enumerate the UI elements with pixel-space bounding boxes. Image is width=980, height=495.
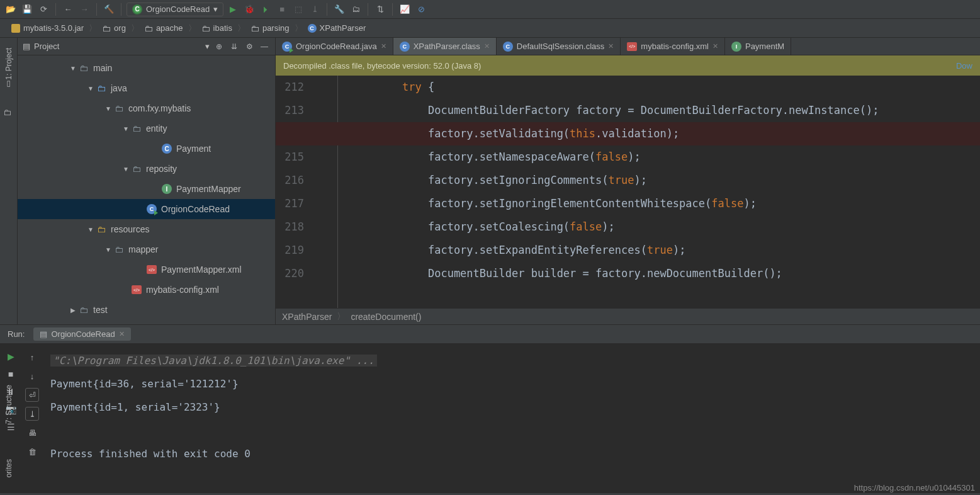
tree-arrow-icon[interactable]: ▼ xyxy=(68,65,78,72)
tree-arrow-icon[interactable]: ▼ xyxy=(86,85,96,92)
forbidden-icon[interactable]: ⊘ xyxy=(414,3,428,16)
breadcrumb-item[interactable]: mybatis-3.5.0.jar xyxy=(6,23,89,33)
forward-icon[interactable]: → xyxy=(77,3,91,16)
tree-arrow-icon[interactable]: ▼ xyxy=(103,105,113,112)
tree-node[interactable]: CPayment xyxy=(18,139,275,159)
folder-icon[interactable]: 🗀 xyxy=(3,108,14,119)
save-all-icon[interactable]: 💾 xyxy=(20,3,34,16)
project-tool-tab[interactable]: ▯1: Project xyxy=(3,44,14,95)
code-lines[interactable]: try { DocumentBuilderFactory factory = D… xyxy=(346,76,980,308)
close-icon[interactable]: ✕ xyxy=(381,42,386,50)
code-line[interactable]: factory.setIgnoringElementContentWhitesp… xyxy=(402,192,980,215)
breakpoint-column[interactable] xyxy=(310,76,329,308)
up-icon[interactable]: ↑ xyxy=(25,350,39,364)
locate-icon[interactable]: ⊕ xyxy=(213,41,225,52)
profile-icon[interactable]: ⤓ xyxy=(308,3,322,16)
build-icon[interactable]: 🔨 xyxy=(102,3,116,16)
terminal-icon: ▤ xyxy=(40,329,47,339)
editor-tab[interactable]: CXPathParser.class✕ xyxy=(393,38,497,55)
close-icon[interactable]: ✕ xyxy=(712,42,718,50)
code-line[interactable]: DocumentBuilder builder = factory.newDoc… xyxy=(402,262,980,285)
code-line[interactable]: factory.setCoalescing(false); xyxy=(402,215,980,239)
tree-node[interactable]: ▼🗀com.fxy.mybatis xyxy=(18,98,275,118)
tree-arrow-icon[interactable]: ▼ xyxy=(86,226,96,233)
collapse-icon[interactable]: ⇊ xyxy=(228,41,240,52)
trash-icon[interactable]: 🗑 xyxy=(25,445,39,458)
console-output[interactable]: "C:\Program Files\Java\jdk1.8.0_101\bin\… xyxy=(43,344,980,493)
chart-icon[interactable]: 📈 xyxy=(398,3,412,16)
breakpoint-cell[interactable] xyxy=(310,99,329,122)
wrap-icon[interactable]: ⏎ xyxy=(25,388,39,402)
fold-column[interactable] xyxy=(329,76,338,308)
tree-arrow-icon[interactable]: ▶ xyxy=(68,307,78,314)
down-icon[interactable]: ↓ xyxy=(25,369,39,383)
wrench-icon[interactable]: 🔧 xyxy=(332,3,346,16)
chevron-down-icon[interactable]: ▾ xyxy=(205,42,210,51)
breakpoint-cell[interactable] xyxy=(310,215,329,239)
tree-node[interactable]: </>mybatis-config.xml xyxy=(18,280,275,300)
open-icon[interactable]: 📂 xyxy=(4,3,18,16)
code-line[interactable]: factory.setIgnoringComments(true); xyxy=(402,169,980,192)
folder-icon: 🗀 xyxy=(131,123,142,134)
tree-arrow-icon[interactable]: ▼ xyxy=(103,246,113,253)
editor-tab[interactable]: </>mybatis-config.xml✕ xyxy=(621,38,725,55)
breadcrumb-item[interactable]: 🗀parsing xyxy=(245,23,295,33)
tree-node[interactable]: ▶🗀test xyxy=(18,300,275,320)
breakpoint-cell[interactable] xyxy=(310,239,329,262)
editor-tab[interactable]: COrgionCodeRead.java✕ xyxy=(276,38,393,55)
close-icon[interactable]: ✕ xyxy=(119,330,125,338)
code-line[interactable]: DocumentBuilderFactory factory = Documen… xyxy=(402,99,980,122)
project-tree[interactable]: ▼🗀main▼🗀java▼🗀com.fxy.mybatis▼🗀entityCPa… xyxy=(18,55,275,324)
close-icon[interactable]: ✕ xyxy=(608,42,614,50)
tree-node[interactable]: ▼🗀java xyxy=(18,78,275,98)
tree-node[interactable]: ▼🗀resources xyxy=(18,219,275,239)
close-icon[interactable]: ✕ xyxy=(484,42,490,50)
tree-node[interactable]: </>PaymentMapper.xml xyxy=(18,259,275,280)
breakpoint-cell[interactable] xyxy=(310,169,329,192)
tree-node[interactable]: COrgionCodeRead xyxy=(18,199,275,219)
scroll-icon[interactable]: ⤓ xyxy=(25,407,39,421)
tree-arrow-icon[interactable]: ▼ xyxy=(121,125,131,132)
breakpoint-cell[interactable] xyxy=(310,192,329,215)
code-line[interactable]: factory.setExpandEntityReferences(true); xyxy=(402,239,980,262)
tree-node[interactable]: ▼🗀mapper xyxy=(18,239,275,259)
breadcrumb-item[interactable]: CXPathParser xyxy=(303,23,371,33)
code-line[interactable]: factory.setNamespaceAware(false); xyxy=(402,145,980,169)
code-line[interactable]: try { xyxy=(402,76,980,99)
tree-node[interactable]: ▼🗀main xyxy=(18,58,275,78)
coverage-icon[interactable]: ⏵ xyxy=(259,3,273,16)
gear-icon[interactable]: ⚙ xyxy=(244,41,255,52)
project-structure-icon[interactable]: 🗂 xyxy=(349,3,363,16)
tree-label: java xyxy=(111,83,127,93)
breadcrumb-item[interactable]: 🗀apache xyxy=(139,23,188,33)
sync-icon[interactable]: ⟳ xyxy=(37,3,50,16)
structure-tool-tab[interactable]: 7: Structure xyxy=(3,381,14,428)
favorites-tool-tab[interactable]: orites xyxy=(3,455,14,481)
bc-class[interactable]: XPathParser xyxy=(282,312,332,322)
breadcrumb-item[interactable]: 🗀org xyxy=(97,23,131,33)
banner-link[interactable]: Dow xyxy=(956,61,972,71)
code-line[interactable]: factory.setValidating(this.validation); xyxy=(276,122,980,145)
code-area[interactable]: 212213214215216217218219220 try { Docume… xyxy=(276,76,980,308)
print-icon[interactable]: 🖶 xyxy=(25,426,39,440)
vcs-icon[interactable]: ⇅ xyxy=(373,3,387,16)
breakpoint-cell[interactable] xyxy=(310,76,329,99)
breakpoint-cell[interactable] xyxy=(310,262,329,285)
debug-icon[interactable]: 🐞 xyxy=(242,3,256,16)
stop-icon[interactable]: ■ xyxy=(275,3,289,16)
run-icon[interactable]: ▶ xyxy=(226,3,240,16)
run-config-dropdown[interactable]: C OrgionCodeRead ▾ xyxy=(127,3,223,16)
run-tab[interactable]: ▤ OrgionCodeRead ✕ xyxy=(33,327,130,341)
editor-tab[interactable]: IPaymentM xyxy=(725,38,791,55)
editor-tab[interactable]: CDefaultSqlSession.class✕ xyxy=(497,38,621,55)
tree-node[interactable]: IPaymentMapper xyxy=(18,179,275,199)
minimize-icon[interactable]: — xyxy=(259,41,270,52)
bc-method[interactable]: createDocument() xyxy=(351,312,421,322)
breakpoint-cell[interactable] xyxy=(310,145,329,169)
tree-arrow-icon[interactable]: ▼ xyxy=(121,166,131,173)
breadcrumb-item[interactable]: 🗀ibatis xyxy=(196,23,237,33)
tree-node[interactable]: ▼🗀entity xyxy=(18,118,275,139)
back-icon[interactable]: ← xyxy=(61,3,75,16)
attach-icon[interactable]: ⬚ xyxy=(291,3,305,16)
tree-node[interactable]: ▼🗀reposity xyxy=(18,159,275,179)
